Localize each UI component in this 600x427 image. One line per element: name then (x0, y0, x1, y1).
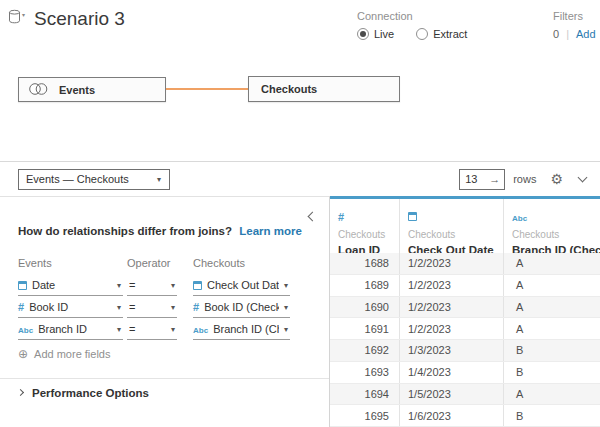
grid-column-header[interactable]: Checkouts Loan ID (330, 199, 400, 253)
caret-down-icon: ▾ (284, 303, 290, 312)
caret-down-icon: ▾ (171, 325, 177, 334)
add-more-fields-button[interactable]: ⊕ Add more fields (18, 348, 111, 360)
table-row[interactable]: 1694 1/5/2023 A (330, 384, 600, 406)
cell-loan-id: 1691 (330, 318, 400, 339)
relationship-selector-value: Events — Checkouts (26, 173, 129, 185)
cell-check-out-date: 1/2/2023 (400, 318, 504, 339)
column-name: Branch ID (Checkout (512, 244, 600, 253)
table-row[interactable]: 1691 1/2/2023 A (330, 318, 600, 340)
filters-label: Filters (553, 10, 596, 22)
column-table-label: Checkouts (408, 229, 503, 240)
operator-dropdown[interactable]: = ▾ (127, 275, 177, 296)
cell-loan-id: 1695 (330, 405, 400, 426)
grid-body[interactable]: 1688 1/2/2023 A 1689 1/2/2023 A 1690 1/2… (330, 253, 600, 427)
relationship-noodle[interactable] (166, 88, 248, 90)
rows-count-input[interactable] (465, 173, 489, 185)
caret-down-icon: ▾ (117, 325, 123, 334)
right-field-dropdown[interactable]: Check Out Date ▾ (193, 275, 290, 296)
collapse-panel-button[interactable] (309, 206, 316, 224)
data-preview-grid: Checkouts Loan ID Checkouts Check Out Da… (330, 196, 600, 427)
mapping-row: Book ID ▾ = ▾ Book ID (Checko ▾ (18, 296, 290, 318)
relationship-help-text: How do relationships differ from joins? … (18, 225, 302, 237)
table-row[interactable]: 1695 1/6/2023 B (330, 405, 600, 427)
cell-branch-id: B (504, 362, 600, 383)
cell-branch-id: B (504, 405, 600, 426)
database-icon (8, 9, 21, 29)
field-type-icon (18, 324, 33, 335)
grid-column-header[interactable]: Checkouts Check Out Date (400, 199, 504, 253)
radio-extract[interactable]: Extract (416, 28, 467, 40)
radio-live-label: Live (374, 28, 394, 40)
grid-toolbar: Events — Checkouts ▾ → rows ⚙ (0, 161, 600, 196)
table-row[interactable]: 1690 1/2/2023 A (330, 297, 600, 319)
tableau-datasource-page: ▾ Scenario 3 Connection Live Extract Fil… (0, 0, 600, 427)
cell-check-out-date: 1/2/2023 (400, 297, 504, 318)
left-field-dropdown[interactable]: Branch ID ▾ (18, 319, 123, 340)
table-node-events-label: Events (59, 84, 95, 96)
filters-block: Filters 0 | Add (553, 10, 596, 40)
right-field-dropdown[interactable]: Branch ID (Check ▾ (193, 319, 290, 340)
gear-icon[interactable]: ⚙ (550, 172, 563, 186)
performance-options-label: Performance Options (32, 387, 149, 399)
mapping-row: Branch ID ▾ = ▾ Branch ID (Check ▾ (18, 318, 290, 340)
left-field-dropdown[interactable]: Book ID ▾ (18, 297, 123, 318)
left-field-label: Book ID (29, 301, 112, 313)
table-row[interactable]: 1689 1/2/2023 A (330, 275, 600, 297)
learn-more-link[interactable]: Learn more (239, 225, 302, 237)
table-row[interactable]: 1693 1/4/2023 B (330, 362, 600, 384)
page-title: Scenario 3 (34, 8, 125, 30)
left-field-label: Date (32, 279, 112, 291)
operator-label: = (129, 279, 166, 291)
add-more-fields-label: Add more fields (34, 348, 110, 360)
cell-check-out-date: 1/6/2023 (400, 405, 504, 426)
connection-label: Connection (357, 10, 467, 22)
grid-header-row: Checkouts Loan ID Checkouts Check Out Da… (330, 199, 600, 253)
cell-loan-id: 1693 (330, 362, 400, 383)
help-question: How do relationships differ from joins? (18, 225, 232, 237)
datasource-header: ▾ Scenario 3 Connection Live Extract Fil… (0, 0, 600, 60)
relationship-editor-panel: How do relationships differ from joins? … (0, 196, 330, 427)
apply-rows-arrow-icon[interactable]: → (489, 173, 500, 185)
performance-options-toggle[interactable]: Performance Options (18, 387, 149, 399)
relationship-selector-dropdown[interactable]: Events — Checkouts ▾ (18, 169, 170, 190)
table-node-checkouts[interactable]: Checkouts (248, 76, 400, 102)
column-name: Check Out Date (408, 244, 503, 253)
caret-down-icon: ▾ (284, 325, 290, 334)
cell-check-out-date: 1/4/2023 (400, 362, 504, 383)
cell-check-out-date: 1/2/2023 (400, 253, 504, 274)
cell-check-out-date: 1/2/2023 (400, 275, 504, 296)
filters-count: 0 (553, 28, 559, 40)
cell-check-out-date: 1/3/2023 (400, 340, 504, 361)
datasource-title-group[interactable]: ▾ Scenario 3 (8, 8, 125, 30)
mapping-row: Date ▾ = ▾ Check Out Date ▾ (18, 274, 290, 296)
table-node-checkouts-label: Checkouts (261, 83, 317, 95)
right-field-label: Book ID (Checko (204, 301, 279, 313)
left-field-label: Branch ID (38, 323, 112, 335)
cell-loan-id: 1688 (330, 253, 400, 274)
chevron-down-icon[interactable] (578, 173, 588, 183)
radio-live[interactable]: Live (357, 28, 394, 40)
filters-add-link[interactable]: Add (576, 28, 596, 40)
main-area: How do relationships differ from joins? … (0, 196, 600, 427)
column-type-icon (338, 208, 344, 224)
table-row[interactable]: 1688 1/2/2023 A (330, 253, 600, 275)
left-field-dropdown[interactable]: Date ▾ (18, 275, 123, 296)
caret-down-icon: ▾ (157, 175, 163, 184)
right-field-dropdown[interactable]: Book ID (Checko ▾ (193, 297, 290, 318)
field-type-icon (18, 281, 27, 290)
filters-separator: | (566, 28, 569, 40)
caret-down-icon: ▾ (117, 281, 123, 290)
left-table-label: Events (18, 257, 127, 269)
field-type-icon (18, 302, 24, 313)
table-row[interactable]: 1692 1/3/2023 B (330, 340, 600, 362)
grid-column-header[interactable]: Checkouts Branch ID (Checkout (504, 199, 600, 253)
column-type-icon (512, 208, 527, 224)
operator-dropdown[interactable]: = ▾ (127, 319, 177, 340)
field-type-icon (193, 324, 208, 335)
operator-dropdown[interactable]: = ▾ (127, 297, 177, 318)
radio-extract-label: Extract (433, 28, 467, 40)
chevron-left-icon (308, 212, 318, 222)
table-node-events[interactable]: Events (18, 77, 166, 102)
cell-loan-id: 1694 (330, 384, 400, 405)
cell-loan-id: 1689 (330, 275, 400, 296)
